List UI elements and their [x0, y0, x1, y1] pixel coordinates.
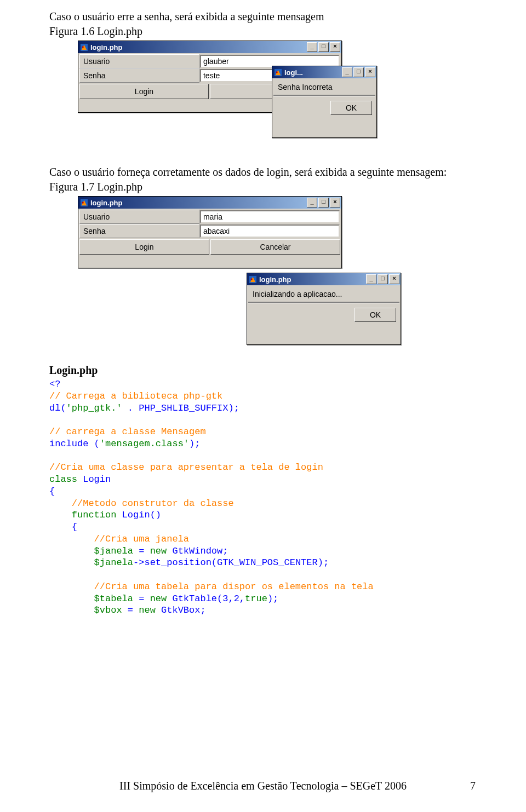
- intro-paragraph-2: Caso o usuário forneça corretamente os d…: [49, 165, 477, 179]
- window-title: login.php: [90, 43, 307, 51]
- login-button[interactable]: Login: [79, 84, 209, 99]
- separator: [273, 95, 375, 96]
- window-title: logi...: [284, 68, 342, 77]
- login-button[interactable]: Login: [79, 239, 209, 255]
- window-title: login.php: [90, 199, 307, 207]
- svg-rect-11: [251, 278, 253, 280]
- message-text: Inicializando a aplicacao...: [248, 286, 399, 301]
- code-heading: Login.php: [49, 364, 477, 377]
- minimize-button[interactable]: _: [307, 198, 317, 208]
- label-senha: Senha: [79, 68, 199, 83]
- maximize-button[interactable]: □: [318, 198, 329, 208]
- svg-rect-2: [82, 46, 84, 48]
- figure-caption-2: Figura 1.7 Login.php: [49, 180, 477, 194]
- minimize-button[interactable]: _: [342, 67, 352, 77]
- login-window-2: login.php _ □ × Usuario Senha Login Canc…: [78, 196, 342, 268]
- maximize-button[interactable]: □: [353, 67, 364, 77]
- label-usuario: Usuario: [79, 54, 199, 68]
- figure-caption-1: Figura 1.6 Login.php: [49, 25, 477, 38]
- app-icon: [274, 68, 282, 77]
- titlebar[interactable]: login.php _ □ ×: [78, 197, 341, 209]
- ok-button[interactable]: OK: [330, 101, 372, 115]
- close-button[interactable]: ×: [330, 42, 340, 52]
- message-text: Senha Incorreta: [273, 79, 375, 94]
- app-icon: [249, 275, 257, 284]
- code-block: <? // Carrega a biblioteca php-gtk dl('p…: [49, 378, 477, 617]
- svg-rect-5: [276, 71, 278, 73]
- app-icon: [80, 199, 88, 207]
- svg-rect-8: [82, 201, 84, 203]
- ok-button[interactable]: OK: [355, 308, 396, 322]
- close-button[interactable]: ×: [330, 198, 340, 208]
- app-icon: [80, 43, 88, 51]
- close-button[interactable]: ×: [389, 274, 399, 284]
- footer-text: III Simpósio de Excelência em Gestão Tec…: [0, 780, 526, 792]
- cancel-button[interactable]: Cancelar: [210, 239, 340, 255]
- page-number: 7: [470, 780, 476, 792]
- maximize-button[interactable]: □: [378, 274, 388, 284]
- separator: [248, 302, 399, 303]
- window-title: login.php: [259, 275, 366, 284]
- titlebar[interactable]: logi... _ □ ×: [272, 66, 376, 78]
- titlebar[interactable]: login.php _ □ ×: [78, 41, 341, 53]
- maximize-button[interactable]: □: [318, 42, 329, 52]
- message-window-1: logi... _ □ × Senha Incorreta OK: [272, 66, 377, 138]
- minimize-button[interactable]: _: [307, 42, 317, 52]
- label-usuario: Usuario: [79, 210, 199, 224]
- label-senha: Senha: [79, 224, 199, 238]
- message-window-2: login.php _ □ × Inicializando a aplicaca…: [247, 273, 401, 345]
- usuario-input[interactable]: [200, 210, 340, 223]
- close-button[interactable]: ×: [365, 67, 375, 77]
- senha-input[interactable]: [200, 224, 340, 238]
- titlebar[interactable]: login.php _ □ ×: [247, 273, 401, 285]
- minimize-button[interactable]: _: [366, 274, 376, 284]
- intro-paragraph-1: Caso o usuário erre a senha, será exibid…: [49, 10, 477, 24]
